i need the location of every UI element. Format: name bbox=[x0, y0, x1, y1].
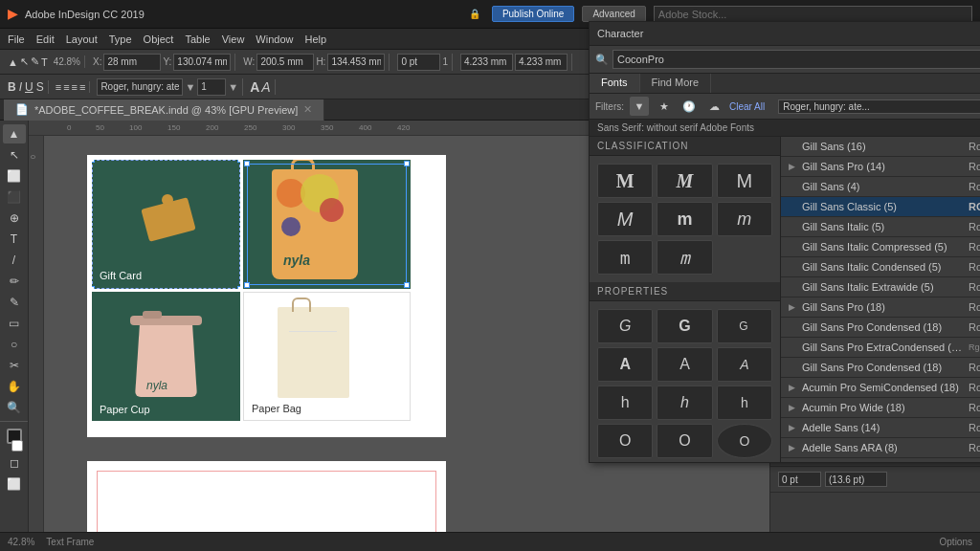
align-right-icon[interactable]: ≡ bbox=[72, 81, 78, 93]
ellipse-tool-btn[interactable]: ○ bbox=[3, 335, 26, 354]
menu-file[interactable]: File bbox=[8, 33, 25, 45]
menu-type[interactable]: Type bbox=[109, 33, 132, 45]
serif-btn-2[interactable]: M bbox=[657, 164, 712, 198]
sel-handle-tr[interactable] bbox=[237, 160, 240, 163]
bold-icon[interactable]: B bbox=[8, 80, 16, 94]
prop-a1-btn[interactable]: A bbox=[597, 347, 653, 382]
h-field[interactable] bbox=[327, 54, 385, 71]
prop-h1-btn[interactable]: h bbox=[597, 386, 653, 420]
y-field[interactable] bbox=[173, 54, 231, 71]
font-list-item[interactable]: Gill Sans (4) Roger, hungry: ate 236 pe bbox=[781, 177, 980, 197]
font-size-dropdown-icon[interactable]: ▼ bbox=[228, 81, 238, 93]
content-collect-btn[interactable]: ⊕ bbox=[3, 209, 26, 228]
scissors-tool-btn[interactable]: ✂ bbox=[3, 356, 26, 375]
w-field[interactable] bbox=[256, 54, 314, 71]
font-list-item[interactable]: ▶ Acumin Pro SemiCondensed (18) Roger, h… bbox=[781, 378, 980, 398]
adobe-stock-search[interactable] bbox=[654, 6, 972, 23]
strikethrough-icon[interactable]: S bbox=[36, 80, 44, 94]
font-list-item[interactable]: ▶ Gill Sans Pro (14) Roger, hungry: ate … bbox=[781, 157, 980, 177]
menu-table[interactable]: Table bbox=[185, 33, 210, 45]
hand-tool-btn[interactable]: ✋ bbox=[3, 377, 26, 396]
sel-handle-bl[interactable] bbox=[92, 286, 95, 289]
text-icon[interactable]: T bbox=[41, 56, 48, 68]
sel-handle-br[interactable] bbox=[237, 286, 240, 289]
tab-close-icon[interactable]: ✕ bbox=[303, 103, 312, 116]
prop-h3-btn[interactable]: h bbox=[717, 386, 772, 420]
font-list-item[interactable]: Gill Sans Classic (5) ROGER, HUNGRY: ATE… bbox=[781, 197, 980, 217]
bag-sel-br[interactable] bbox=[404, 282, 410, 288]
preview-mode-btn[interactable]: ⬜ bbox=[3, 474, 26, 494]
pencil-tool-btn[interactable]: ✎ bbox=[3, 293, 26, 312]
rect-tool-btn[interactable]: ▭ bbox=[3, 314, 26, 333]
prop-o1-btn[interactable]: O bbox=[597, 424, 653, 458]
slab-serif-btn[interactable]: m bbox=[717, 202, 772, 236]
align-center-icon[interactable]: ≡ bbox=[63, 81, 69, 93]
slab-btn[interactable]: m bbox=[657, 202, 712, 236]
prop-a2-btn[interactable]: A bbox=[657, 347, 712, 382]
clear-all-btn[interactable]: Clear All bbox=[729, 101, 765, 112]
bag-sel-tr[interactable] bbox=[404, 161, 410, 166]
pen-icon[interactable]: ✎ bbox=[31, 55, 39, 68]
recent-icon[interactable]: 🕐 bbox=[679, 97, 699, 116]
font-list-item[interactable]: Gill Sans (16) Roger, hungry: ate 236 pe… bbox=[781, 137, 980, 157]
font-name-field[interactable] bbox=[97, 78, 183, 96]
script-btn[interactable]: M bbox=[597, 202, 653, 236]
select-tool-icon[interactable]: ▲ bbox=[8, 56, 18, 68]
document-tab[interactable]: 📄 *ADOBE_COFFEE_BREAK.indd @ 43% [GPU Pr… bbox=[4, 99, 324, 121]
char-A-icon[interactable]: A bbox=[250, 79, 259, 95]
menu-window[interactable]: Window bbox=[256, 33, 293, 45]
char-a-icon[interactable]: A bbox=[261, 79, 270, 95]
prop-g2-btn[interactable]: G bbox=[657, 309, 712, 343]
line-tool-btn[interactable]: / bbox=[3, 251, 26, 270]
direct-select-tool-btn[interactable]: ↖ bbox=[3, 145, 26, 165]
bag-sel-bl[interactable] bbox=[244, 282, 250, 288]
menu-edit[interactable]: Edit bbox=[36, 33, 55, 45]
prop-o3-btn[interactable]: O bbox=[717, 424, 772, 458]
font-list-item[interactable]: ▶ Adelle Sans ARA (8) Roger, hungry: ate… bbox=[781, 438, 980, 458]
size2-field[interactable] bbox=[515, 54, 568, 71]
prop-o2-btn[interactable]: O bbox=[657, 424, 712, 458]
font-list-item[interactable]: Gill Sans Italic (5) Roger, hungry: ate … bbox=[781, 217, 980, 237]
x-field[interactable] bbox=[103, 54, 161, 71]
font-list-item[interactable]: ▶ Acumin Pro Wide (18) Roger, hungry: at… bbox=[781, 398, 980, 418]
angle-field[interactable] bbox=[397, 54, 440, 71]
font-list-item[interactable]: Gill Sans Italic Compressed (5) Roger, h… bbox=[781, 237, 980, 257]
prop-h2-btn[interactable]: h bbox=[657, 386, 712, 420]
sans-btn-1[interactable]: M bbox=[717, 164, 772, 198]
stroke-color-btn[interactable] bbox=[11, 440, 23, 452]
justify-icon[interactable]: ≡ bbox=[79, 81, 85, 93]
font-size-field[interactable] bbox=[197, 78, 226, 96]
starred-filter-icon[interactable]: ▼ bbox=[630, 97, 649, 116]
advanced-button[interactable]: Advanced bbox=[582, 6, 645, 22]
underline-icon[interactable]: U bbox=[25, 80, 33, 94]
pt-field[interactable] bbox=[778, 472, 821, 487]
font-list-item[interactable]: ▶ Gill Sans Pro (18) Roger, hungry: ate … bbox=[781, 298, 980, 318]
bag-sel-tl[interactable] bbox=[244, 161, 250, 166]
mono2-btn[interactable]: m bbox=[657, 240, 712, 275]
pt2-field[interactable] bbox=[825, 472, 887, 487]
font-list-item[interactable]: ▶ Adelle Sans (14) Roger, hungry: ate 23… bbox=[781, 418, 980, 438]
publish-online-button[interactable]: Publish Online bbox=[492, 6, 574, 22]
menu-object[interactable]: Object bbox=[144, 33, 174, 45]
find-more-tab[interactable]: Find More bbox=[640, 74, 712, 93]
serif-btn-1[interactable]: M bbox=[597, 164, 653, 198]
prop-g1-btn[interactable]: G bbox=[597, 309, 653, 343]
direct-select-icon[interactable]: ↖ bbox=[20, 55, 29, 68]
pen-tool-btn[interactable]: ✏ bbox=[3, 272, 26, 291]
font-list-item[interactable]: Gill Sans Italic Condensed (5) Roger, hu… bbox=[781, 257, 980, 277]
zoom-tool-btn[interactable]: 🔍 bbox=[3, 398, 26, 417]
prop-a3-btn[interactable]: A bbox=[717, 347, 772, 382]
font-list-item[interactable]: ▶ Adelle Sans Cnd (4) Roger, hungry: ate… bbox=[781, 458, 980, 462]
font-list-item[interactable]: Gill Sans Italic Extrawide (5) Roger, hu… bbox=[781, 277, 980, 298]
normal-mode-btn[interactable]: ◻ bbox=[3, 453, 26, 473]
menu-layout[interactable]: Layout bbox=[66, 33, 98, 45]
gap-tool-btn[interactable]: ⬛ bbox=[3, 187, 26, 207]
star-icon[interactable]: ★ bbox=[655, 97, 674, 116]
dropdown-icon[interactable]: ▼ bbox=[185, 81, 195, 93]
select-tool-btn[interactable]: ▲ bbox=[3, 124, 26, 143]
menu-help[interactable]: Help bbox=[304, 33, 326, 45]
font-search-input[interactable] bbox=[612, 50, 980, 69]
mono-btn[interactable]: m bbox=[597, 240, 653, 275]
font-list-item[interactable]: Gill Sans Pro Condensed (18) Roger, hung… bbox=[781, 358, 980, 378]
fonts-tab[interactable]: Fonts bbox=[590, 74, 640, 93]
